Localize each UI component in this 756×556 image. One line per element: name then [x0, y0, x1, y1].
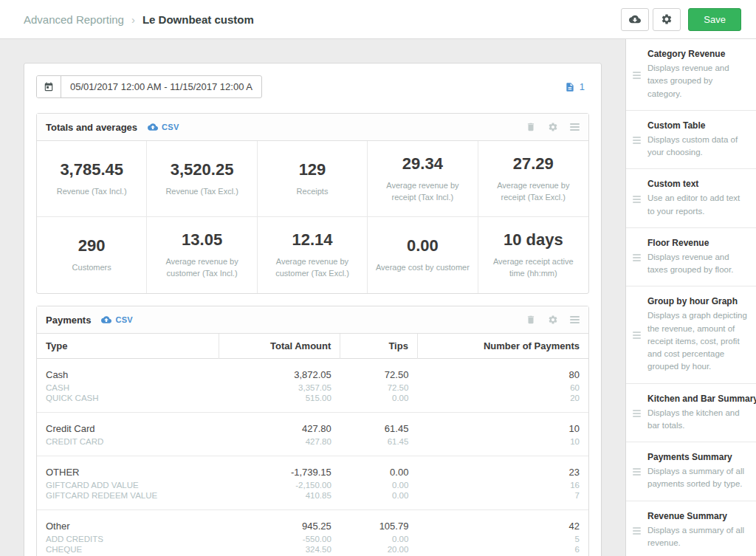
drag-handle-icon: [633, 332, 641, 339]
cloud-upload-icon: [148, 122, 158, 132]
widget-list-item[interactable]: Custom text Use an editor to add text to…: [626, 169, 756, 228]
stat-tile: 129 Receipts: [258, 141, 368, 217]
widget-list-item[interactable]: Payments Summary Displays a summary of a…: [626, 442, 756, 501]
drag-handle-icon: [570, 316, 580, 323]
stat-tile: 0.00 Average cost by customer: [368, 217, 478, 293]
stat-tile: 27.29 Average revenue by receipt (Tax Ex…: [478, 141, 588, 217]
widget-title: Category Revenue: [647, 49, 749, 59]
widget-list-item[interactable]: Floor Revenue Displays revenue and taxes…: [626, 228, 756, 287]
stat-label: Customers: [72, 262, 111, 274]
payments-panel-header: Payments CSV: [37, 306, 588, 334]
payments-csv-link[interactable]: CSV: [101, 315, 133, 325]
drag-handle-icon: [633, 196, 641, 203]
totals-panel-settings-button[interactable]: [548, 122, 558, 132]
payment-cell-type: ADD CREDITS: [37, 534, 219, 544]
date-range-picker: 05/01/2017 12:00 AM - 11/15/2017 12:00 A: [36, 75, 262, 98]
stat-value: 10 days: [504, 230, 563, 250]
stat-tile: 12.14 Average revenue by customer (Tax E…: [258, 217, 368, 293]
drag-handle-icon: [633, 527, 641, 535]
payment-cell-count: 60: [417, 382, 588, 393]
payment-sub-row: ADD CREDITS-550.000.005: [37, 534, 588, 544]
payment-cell-count: 6: [417, 544, 588, 556]
widget-list-item[interactable]: Category Revenue Displays revenue and ta…: [626, 39, 756, 111]
delete-payments-panel-button[interactable]: [526, 315, 536, 325]
payment-cell-total: 427.80: [219, 413, 340, 437]
page-indicator[interactable]: 1: [565, 81, 585, 92]
calendar-icon: [44, 82, 54, 92]
payment-cell-total: -550.00: [219, 534, 340, 544]
cloud-download-icon: [629, 13, 641, 25]
totals-panel-header: Totals and averages CSV: [37, 114, 588, 141]
stat-value: 3,520.25: [171, 160, 234, 179]
payment-cell-count: 23: [417, 456, 588, 481]
payment-group: OTHER-1,739.150.0023GIFTCARD ADD VALUE-2…: [37, 456, 588, 510]
report-card: 05/01/2017 12:00 AM - 11/15/2017 12:00 A…: [24, 63, 602, 556]
payments-panel-title: Payments: [46, 315, 91, 326]
widget-list-item[interactable]: Custom Table Displays custom data of you…: [626, 111, 756, 170]
payment-cell-total: 945.25: [219, 510, 340, 535]
payment-group-row: Cash3,872.0572.5080: [37, 359, 588, 383]
payment-cell-count: 10: [417, 413, 588, 437]
payments-column-header: Tips: [340, 334, 418, 359]
csv-label: CSV: [115, 315, 133, 324]
widget-description: Use an editor to add text to your report…: [647, 192, 749, 218]
payment-cell-tips: 61.45: [340, 413, 418, 437]
save-button[interactable]: Save: [688, 8, 741, 31]
trash-icon: [526, 315, 536, 325]
payment-cell-total: 324.50: [219, 544, 340, 556]
cloud-upload-icon: [101, 315, 111, 325]
payment-cell-tips: 0.00: [340, 534, 418, 544]
stat-tile: 3,785.45 Revenue (Tax Incl.): [37, 141, 147, 217]
payment-cell-tips: 105.79: [340, 510, 418, 535]
stat-tile: 290 Customers: [37, 217, 147, 293]
payment-cell-count: 80: [417, 359, 588, 383]
widget-list-item[interactable]: Kitchen and Bar Summary Displays the kit…: [626, 384, 756, 443]
widget-title: Group by hour Graph: [647, 296, 749, 306]
payment-group: Other945.25105.7942ADD CREDITS-550.000.0…: [37, 510, 588, 556]
calendar-button[interactable]: [37, 76, 61, 97]
report-canvas: 05/01/2017 12:00 AM - 11/15/2017 12:00 A…: [0, 39, 625, 556]
drag-handle-icon: [633, 137, 641, 144]
totals-csv-link[interactable]: CSV: [148, 122, 179, 132]
payment-cell-total: 410.85: [219, 490, 340, 510]
payments-column-header: Total Amount: [219, 334, 340, 359]
payment-cell-tips: 72.50: [340, 382, 418, 393]
header-actions: Save: [621, 8, 741, 31]
payments-panel-tools: [526, 315, 580, 325]
payment-group-row: Other945.25105.7942: [37, 510, 588, 535]
gear-icon: [661, 13, 673, 25]
download-report-button[interactable]: [621, 8, 649, 31]
widget-list-item[interactable]: Group by hour Graph Displays a graph dep…: [626, 286, 756, 383]
date-range-input[interactable]: 05/01/2017 12:00 AM - 11/15/2017 12:00 A: [61, 76, 261, 97]
stat-label: Revenue (Tax Incl.): [57, 186, 127, 198]
payments-header-row: TypeTotal AmountTipsNumber of Payments: [37, 334, 588, 359]
payment-sub-row: CREDIT CARD427.8061.4510: [37, 436, 588, 456]
widget-description: Displays a graph depicting the revenue, …: [647, 309, 749, 373]
widget-title: Payments Summary: [647, 452, 749, 462]
stat-value: 13.05: [182, 230, 222, 250]
payments-panel-settings-button[interactable]: [548, 315, 558, 325]
stat-tile: 3,520.25 Revenue (Tax Excl.): [147, 141, 257, 217]
breadcrumb-parent-link[interactable]: Advanced Reporting: [24, 13, 124, 26]
top-header: Advanced Reporting › Le Downbeat custom …: [0, 0, 756, 39]
gear-icon: [548, 122, 558, 132]
report-settings-button[interactable]: [653, 8, 681, 31]
widget-list-item[interactable]: Revenue Summary Displays a summary of al…: [626, 501, 756, 556]
payment-cell-total: -1,739.15: [219, 456, 340, 481]
payment-cell-total: 3,872.05: [219, 359, 340, 383]
stat-value: 27.29: [513, 154, 554, 174]
widget-title: Kitchen and Bar Summary: [647, 394, 749, 404]
breadcrumb-separator: ›: [131, 13, 135, 26]
stat-label: Receipts: [297, 186, 329, 198]
payments-panel-drag-handle[interactable]: [570, 316, 580, 323]
stat-value: 29.34: [402, 154, 443, 174]
totals-panel-drag-handle[interactable]: [570, 123, 580, 131]
payment-cell-tips: 61.45: [340, 436, 418, 456]
payment-group-row: OTHER-1,739.150.0023: [37, 456, 588, 481]
delete-totals-panel-button[interactable]: [526, 122, 536, 132]
payment-sub-row: GIFTCARD ADD VALUE-2,150.000.0016: [37, 480, 588, 490]
payment-cell-tips: 20.00: [340, 544, 418, 556]
payment-cell-total: 3,357.05: [219, 382, 340, 393]
payment-cell-total: 427.80: [219, 436, 340, 456]
payment-cell-tips: 72.50: [340, 359, 418, 383]
